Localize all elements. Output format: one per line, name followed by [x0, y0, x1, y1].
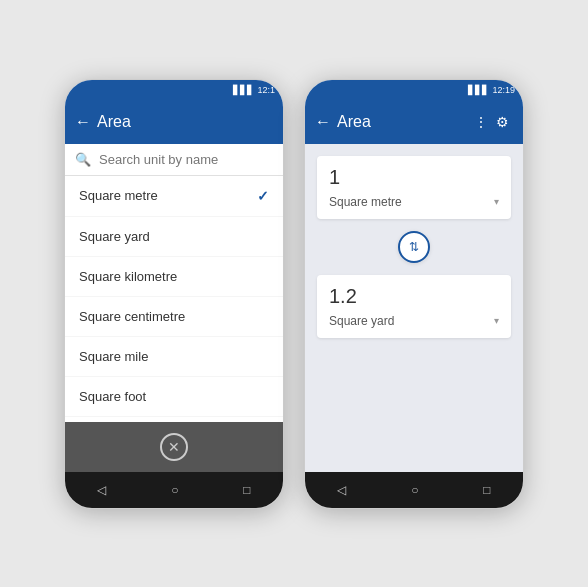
from-converter-card: 1 Square metre ▾	[317, 156, 511, 219]
right-app-title: Area	[337, 113, 470, 131]
unit-label: Square kilometre	[79, 269, 177, 284]
left-status-icons: ▋▋▋ 12:1	[233, 85, 275, 95]
swap-icon: ⇅	[409, 240, 419, 254]
close-icon: ✕	[168, 439, 180, 455]
left-phone-content: 🔍 Square metre ✓ Square yard Square kilo…	[65, 144, 283, 472]
left-phone: ▋▋▋ 12:1 ← Area 🔍 Square metre ✓	[64, 79, 284, 509]
unit-label: Square centimetre	[79, 309, 185, 324]
right-nav-bar: ◁ ○ □	[305, 472, 523, 508]
list-item[interactable]: Square mile	[65, 337, 283, 377]
to-unit-chevron[interactable]: ▾	[494, 315, 499, 326]
list-item[interactable]: Square metre ✓	[65, 176, 283, 217]
left-signal: ▋▋▋	[233, 85, 254, 95]
left-app-bar: ← Area	[65, 100, 283, 144]
scene: ▋▋▋ 12:1 ← Area 🔍 Square metre ✓	[0, 0, 588, 587]
nav-back-button[interactable]: ◁	[337, 483, 346, 497]
to-unit-label: Square yard	[329, 314, 394, 328]
nav-recent-button[interactable]: □	[483, 483, 490, 497]
left-back-button[interactable]: ←	[75, 113, 91, 131]
from-value[interactable]: 1	[329, 166, 499, 189]
share-icon[interactable]: ⋮	[470, 110, 492, 134]
left-bottom-overlay: ✕	[65, 422, 283, 472]
right-status-bar: ▋▋▋ 12:19	[305, 80, 523, 100]
selected-checkmark: ✓	[257, 188, 269, 204]
right-signal: ▋▋▋	[468, 85, 489, 95]
right-phone-content: 1 Square metre ▾ ⇅ 1.2 Square yard ▾	[305, 144, 523, 472]
list-item[interactable]: Square kilometre	[65, 257, 283, 297]
unit-label: Square foot	[79, 389, 146, 404]
list-item[interactable]: Square foot	[65, 377, 283, 417]
nav-home-button[interactable]: ○	[171, 483, 178, 497]
to-unit-row: Square yard ▾	[329, 314, 499, 328]
right-time: 12:19	[492, 85, 515, 95]
right-back-button[interactable]: ←	[315, 113, 331, 131]
list-item[interactable]: Square centimetre	[65, 297, 283, 337]
search-input[interactable]	[99, 152, 273, 167]
left-search-bar: 🔍	[65, 144, 283, 176]
settings-icon[interactable]: ⚙	[492, 110, 513, 134]
from-unit-label: Square metre	[329, 195, 402, 209]
search-icon: 🔍	[75, 152, 91, 167]
to-value[interactable]: 1.2	[329, 285, 499, 308]
nav-home-button[interactable]: ○	[411, 483, 418, 497]
close-button[interactable]: ✕	[160, 433, 188, 461]
from-unit-chevron[interactable]: ▾	[494, 196, 499, 207]
unit-label: Square metre	[79, 188, 158, 203]
left-app-title: Area	[97, 113, 273, 131]
right-phone: ▋▋▋ 12:19 ← Area ⋮ ⚙ 1 Square metre ▾	[304, 79, 524, 509]
list-item[interactable]: Square yard	[65, 217, 283, 257]
nav-back-button[interactable]: ◁	[97, 483, 106, 497]
from-unit-row: Square metre ▾	[329, 195, 499, 209]
right-app-bar: ← Area ⋮ ⚙	[305, 100, 523, 144]
left-time: 12:1	[257, 85, 275, 95]
left-nav-bar: ◁ ○ □	[65, 472, 283, 508]
swap-button[interactable]: ⇅	[398, 231, 430, 263]
unit-dropdown-list: Square metre ✓ Square yard Square kilome…	[65, 176, 283, 422]
to-converter-card: 1.2 Square yard ▾	[317, 275, 511, 338]
unit-label: Square mile	[79, 349, 148, 364]
nav-recent-button[interactable]: □	[243, 483, 250, 497]
unit-label: Square yard	[79, 229, 150, 244]
right-status-icons: ▋▋▋ 12:19	[468, 85, 515, 95]
left-status-bar: ▋▋▋ 12:1	[65, 80, 283, 100]
